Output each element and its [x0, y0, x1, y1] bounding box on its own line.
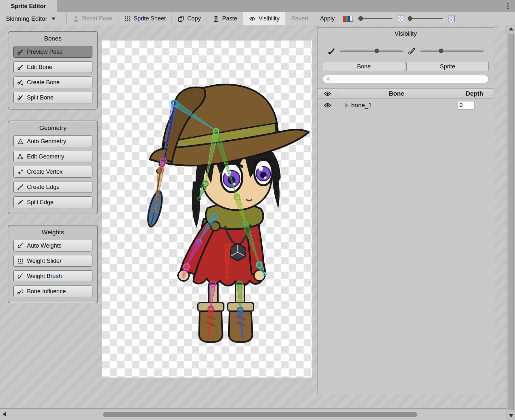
sprite-sheet-icon	[124, 16, 131, 22]
visibility-button[interactable]: Visibility	[243, 12, 285, 25]
alpha-checker-icon[interactable]	[398, 16, 404, 22]
search-icon	[326, 77, 331, 81]
sprite-sheet-label: Sprite Sheet	[134, 15, 166, 22]
tab-sprite-editor[interactable]: Sprite Editor	[0, 0, 57, 12]
auto-geometry-button[interactable]: Auto Geometry	[13, 135, 92, 147]
apply-button[interactable]: Apply	[314, 12, 341, 25]
bone-column-header: Bone	[338, 90, 455, 97]
search-field[interactable]	[323, 75, 489, 83]
apply-label: Apply	[320, 15, 335, 22]
bone-outline-icon	[408, 47, 416, 55]
vertical-scrollbar[interactable]	[507, 25, 515, 420]
mannequin-icon	[73, 16, 79, 22]
eye-icon	[249, 16, 256, 22]
visibility-panel: Visibility Bone Sprite Bone Depth bone_1	[317, 27, 494, 394]
bone-row-name: bone_1	[351, 102, 456, 109]
auto-weights-button[interactable]: Auto Weights	[13, 240, 92, 251]
tab-bar: Sprite Editor	[0, 0, 515, 12]
slider-knob[interactable]	[408, 16, 412, 21]
bone-influence-icon	[17, 288, 24, 295]
depth-input[interactable]	[458, 101, 474, 110]
bone-edit-icon	[17, 64, 24, 70]
search-input[interactable]	[333, 76, 485, 82]
copy-button[interactable]: Copy	[172, 12, 207, 25]
revert-label: Revert	[291, 15, 308, 22]
scroll-down-icon[interactable]	[509, 414, 513, 417]
vertex-add-icon	[17, 169, 24, 175]
bone-split-icon	[17, 94, 24, 101]
visibility-label: Visibility	[258, 15, 280, 22]
slider-knob[interactable]	[439, 49, 443, 53]
column-separator	[494, 90, 494, 97]
bones-panel-title: Bones	[13, 35, 92, 42]
paste-label: Paste	[222, 15, 237, 22]
scroll-up-icon[interactable]	[509, 27, 513, 30]
slider-knob[interactable]	[358, 16, 363, 21]
sprite-opacity-slider[interactable]	[420, 51, 484, 52]
tab-title: Sprite Editor	[11, 3, 46, 10]
weight-slider-button[interactable]: Weight Slider	[13, 255, 92, 267]
geometry-edit-icon	[17, 153, 24, 160]
weight-brush-icon	[17, 273, 24, 279]
revert-button[interactable]: Revert	[285, 12, 314, 25]
row-visibility-eye-icon[interactable]	[323, 103, 332, 108]
skinning-editor-label: Skinning Editor	[6, 15, 47, 22]
bone-table-header: Bone Depth	[317, 88, 494, 99]
skinning-editor-dropdown[interactable]: Skinning Editor	[0, 12, 66, 25]
sprite-canvas[interactable]	[102, 41, 312, 378]
tab-sprite[interactable]: Sprite	[406, 62, 489, 71]
edge-split-icon	[17, 199, 24, 205]
bone-add-icon	[17, 79, 24, 86]
split-bone-button[interactable]: Split Bone	[13, 92, 92, 103]
weights-panel: Weights Auto Weights Weight Slider Weigh…	[8, 225, 98, 303]
expand-triangle-icon[interactable]	[345, 103, 349, 108]
chevron-down-icon	[52, 18, 55, 20]
copy-label: Copy	[187, 15, 201, 22]
preview-pose-button[interactable]: Preview Pose	[13, 46, 92, 58]
reset-pose-button[interactable]: Reset Pose	[67, 12, 118, 25]
scroll-left-icon[interactable]	[3, 412, 6, 417]
canvas-svg	[102, 41, 312, 378]
sprite-sheet-button[interactable]: Sprite Sheet	[118, 12, 172, 25]
alpha-checker-icon[interactable]	[448, 16, 455, 22]
alpha-slider[interactable]	[409, 18, 443, 19]
slider-knob[interactable]	[375, 49, 379, 53]
depth-column-header: Depth	[455, 90, 494, 97]
create-edge-button[interactable]: Create Edge	[13, 181, 92, 193]
eye-column-icon[interactable]	[323, 91, 332, 96]
geometry-panel: Geometry Auto Geometry Edit Geometry Cre…	[8, 121, 98, 214]
visibility-tabs: Bone Sprite	[317, 62, 494, 71]
weight-slider-icon	[17, 258, 24, 264]
bone-filled-icon	[328, 47, 336, 55]
edge-add-icon	[17, 184, 24, 190]
weights-auto-icon	[17, 242, 24, 249]
create-bone-button[interactable]: Create Bone	[13, 76, 92, 88]
brightness-slider[interactable]	[359, 18, 392, 19]
copy-icon	[178, 16, 184, 22]
opacity-sliders	[317, 47, 494, 55]
paste-icon	[213, 16, 219, 22]
edit-bone-button[interactable]: Edit Bone	[13, 61, 92, 73]
paste-button[interactable]: Paste	[207, 12, 243, 25]
bone-opacity-slider[interactable]	[340, 51, 403, 52]
kebab-menu-icon[interactable]	[505, 2, 511, 10]
geometry-auto-icon	[17, 138, 24, 145]
split-edge-button[interactable]: Split Edge	[13, 196, 92, 208]
tab-bone[interactable]: Bone	[323, 62, 405, 71]
bones-panel: Bones Preview Pose Edit Bone Create Bone…	[8, 31, 98, 110]
geometry-panel-title: Geometry	[13, 124, 92, 132]
weight-brush-button[interactable]: Weight Brush	[13, 270, 92, 282]
bone-influence-button[interactable]: Bone Influence	[13, 286, 92, 297]
bone-pose-icon	[17, 49, 24, 55]
horizontal-scroll-thumb[interactable]	[103, 412, 417, 417]
vertical-scroll-thumb[interactable]	[508, 34, 514, 410]
horizontal-scrollbar[interactable]	[0, 408, 507, 420]
toolbar: Skinning Editor Reset Pose Sprite Sheet …	[0, 12, 515, 25]
bone-row[interactable]: bone_1	[317, 99, 494, 112]
reset-pose-label: Reset Pose	[82, 15, 112, 22]
visibility-panel-title: Visibility	[317, 28, 494, 37]
color-swatch-icon[interactable]	[343, 16, 353, 22]
create-vertex-button[interactable]: Create Vertex	[13, 166, 92, 178]
weights-panel-title: Weights	[13, 229, 92, 236]
edit-geometry-button[interactable]: Edit Geometry	[13, 151, 92, 162]
